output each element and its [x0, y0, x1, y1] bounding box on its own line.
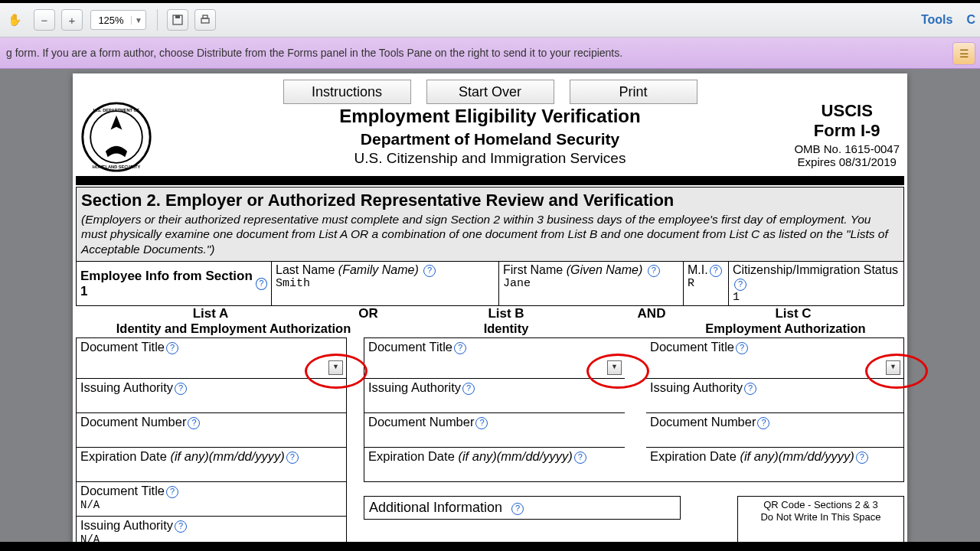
list-c-header: List C [682, 306, 904, 321]
mi-value: R [688, 277, 724, 290]
help-icon[interactable]: ? [710, 265, 722, 277]
svg-point-4 [83, 103, 150, 171]
hand-tool-icon[interactable]: ✋ [5, 10, 24, 30]
start-over-button[interactable]: Start Over [426, 80, 554, 104]
doc-number-label: Document Number [80, 415, 186, 429]
help-icon[interactable]: ? [166, 486, 178, 498]
list-a-sub: Identity and Employment Authorization [76, 321, 391, 336]
help-icon[interactable]: ? [736, 342, 748, 354]
list-c-sub: Employment Authorization [621, 321, 904, 336]
toolbar-link[interactable]: C [966, 13, 975, 27]
first-name-sub: (Given Name) [567, 263, 643, 276]
additional-info-label: Additional Information [369, 500, 502, 515]
zoom-in-button[interactable]: + [61, 9, 83, 31]
help-icon[interactable]: ? [475, 417, 488, 429]
help-icon[interactable]: ? [757, 417, 769, 429]
emp-info-label: Employee Info from Section 1 [80, 269, 254, 299]
help-icon[interactable]: ? [188, 417, 200, 429]
print-button[interactable]: Print [570, 80, 697, 104]
svg-rect-3 [203, 15, 207, 18]
help-icon[interactable]: ? [423, 265, 436, 277]
form-page: Instructions Start Over Print U.S. DEPAR… [73, 73, 907, 549]
doc-title-label: Document Title [80, 340, 165, 354]
qr-line2: Do Not Write In This Space [744, 511, 897, 523]
form-id-block: USCIS Form I-9 OMB No. 1615-0047 Expires… [794, 101, 900, 168]
zoom-input[interactable] [91, 14, 131, 27]
doc-title-label: Document Title [80, 484, 165, 497]
help-icon[interactable]: ? [511, 503, 524, 515]
department-name: Department of Homeland Security [88, 130, 892, 148]
svg-rect-2 [201, 18, 209, 23]
list-b-column: Document Title? ▼ Issuing Authority? Doc… [364, 337, 625, 482]
exp-date-sub: (if any)(mm/dd/yyyy) [170, 449, 284, 463]
last-name-sub: (Family Name) [338, 263, 419, 276]
zoom-level[interactable]: ▼ [90, 10, 146, 30]
expiry-date: Expires 08/31/2019 [794, 155, 900, 168]
omb-number: OMB No. 1615-0047 [794, 142, 900, 155]
svg-text:HOMELAND SECURITY: HOMELAND SECURITY [93, 165, 141, 169]
citizenship-value: 1 [733, 291, 900, 304]
issuing-auth-label: Issuing Authority [80, 518, 173, 532]
svg-text:U.S. DEPARTMENT OF: U.S. DEPARTMENT OF [93, 108, 140, 112]
print-icon[interactable] [194, 9, 216, 31]
notice-text: g form. If you are a form author, choose… [6, 47, 622, 59]
exp-date-sub: (if any)(mm/dd/yyyy) [458, 449, 572, 463]
help-icon[interactable]: ? [648, 265, 660, 277]
svg-rect-1 [175, 15, 180, 18]
first-name-label: First Name [503, 263, 563, 276]
pdf-toolbar: ✋ − + ▼ Tools C [0, 3, 980, 37]
section-2-desc: (Employers or their authorized represent… [81, 212, 899, 256]
issuing-auth-label: Issuing Authority [80, 380, 173, 394]
help-icon[interactable]: ? [744, 383, 756, 395]
save-icon[interactable] [167, 9, 188, 31]
help-icon[interactable]: ? [256, 278, 267, 290]
zoom-dropdown-icon[interactable]: ▼ [131, 16, 145, 24]
citizenship-label: Citizenship/Immigration Status [733, 263, 898, 276]
doc-number-label: Document Number [368, 415, 474, 429]
separator [157, 9, 158, 31]
highlight-fields-button[interactable]: ☰ [952, 42, 975, 65]
list-a-header: List A [76, 306, 345, 321]
doc-title-label: Document Title [650, 340, 734, 354]
list-a-column: Document Title? ▼ Issuing Authority? Doc… [76, 337, 347, 482]
help-icon[interactable]: ? [462, 383, 475, 395]
help-icon[interactable]: ? [175, 520, 187, 533]
list-b-doctitle-dropdown[interactable]: ▼ [607, 360, 622, 375]
exp-date-sub: (if any)(mm/dd/yyyy) [740, 449, 854, 463]
help-icon[interactable]: ? [454, 342, 466, 354]
uscis-label: USCIS [794, 101, 900, 121]
help-icon[interactable]: ? [734, 279, 746, 291]
na-value: N/A [80, 499, 342, 511]
doc-number-label: Document Number [650, 415, 756, 429]
help-icon[interactable]: ? [166, 342, 178, 354]
and-label: AND [621, 306, 682, 321]
list-c-doctitle-dropdown[interactable]: ▼ [886, 360, 900, 375]
issuing-auth-label: Issuing Authority [650, 380, 743, 394]
mi-label: M.I. [688, 263, 708, 276]
form-notice-bar: g form. If you are a form author, choose… [0, 37, 980, 69]
exp-date-label: Expiration Date [650, 449, 740, 463]
list-a-doctitle-dropdown[interactable]: ▼ [328, 360, 343, 375]
instructions-button[interactable]: Instructions [283, 80, 411, 104]
or-label: OR [345, 306, 391, 321]
list-b-header: List B [391, 306, 621, 321]
dhs-seal-icon: U.S. DEPARTMENT OFHOMELAND SECURITY [80, 101, 152, 173]
additional-info-box[interactable]: Additional Information ? [364, 496, 681, 520]
list-c-column: Document Title? ▼ Issuing Authority? Doc… [646, 337, 904, 482]
last-name-value: Smith [276, 277, 495, 290]
exp-date-label: Expiration Date [368, 449, 458, 463]
help-icon[interactable]: ? [286, 452, 299, 464]
tools-link[interactable]: Tools [921, 13, 952, 27]
divider-bar [76, 176, 904, 185]
help-icon[interactable]: ? [175, 383, 187, 395]
agency-name: U.S. Citizenship and Immigration Service… [88, 150, 892, 167]
exp-date-label: Expiration Date [80, 449, 170, 463]
help-icon[interactable]: ? [574, 452, 586, 464]
last-name-label: Last Name [276, 263, 335, 276]
list-a-column-2: Document Title?N/A Issuing Authority?N/A [76, 482, 347, 549]
help-icon[interactable]: ? [856, 452, 868, 464]
doc-title-label: Document Title [368, 340, 452, 354]
form-title: Employment Eligibility Verification [88, 106, 892, 127]
zoom-out-button[interactable]: − [34, 9, 55, 31]
qr-line1: QR Code - Sections 2 & 3 [744, 499, 897, 511]
